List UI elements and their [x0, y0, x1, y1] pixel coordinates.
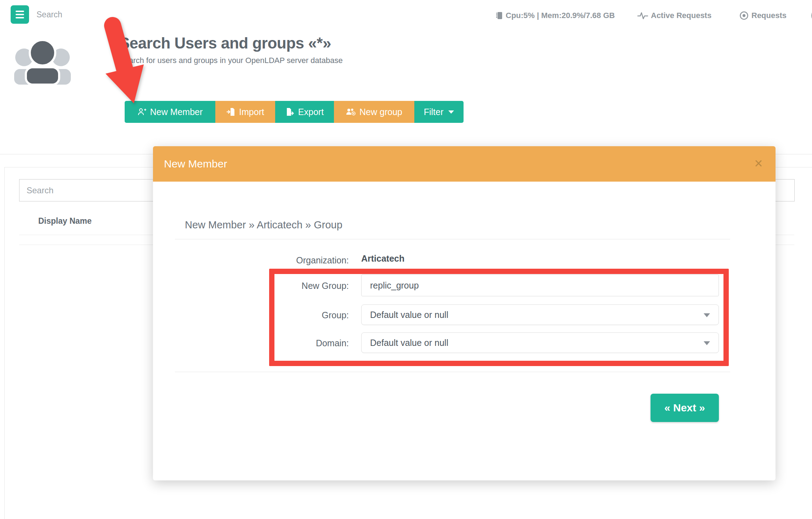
organization-value: Articatech [361, 253, 404, 264]
system-stats: Cpu:5% | Mem:20.9%/7.68 GB [496, 11, 637, 20]
chevron-down-icon [704, 341, 710, 345]
hamburger-icon [16, 11, 24, 12]
modal-divider-bottom [175, 372, 730, 372]
filter-button[interactable]: Filter [414, 101, 464, 123]
group-label: Group: [243, 310, 349, 320]
topbar: Search Cpu:5% | Mem:20.9%/7.68 GB Active… [0, 0, 812, 32]
new-group-input[interactable] [361, 274, 719, 296]
menu-button[interactable] [11, 5, 29, 24]
active-requests-label: Active Requests [651, 11, 711, 20]
domain-label: Domain: [243, 338, 349, 348]
domain-select-value: Default value or null [370, 338, 448, 348]
column-header-display-name[interactable]: Display Name [38, 216, 92, 226]
modal-title: New Member [164, 146, 227, 182]
organization-label: Organization: [243, 255, 349, 266]
new-group-button[interactable]: New group [334, 101, 414, 123]
users-group-icon [12, 40, 73, 85]
requests-link[interactable]: Requests [739, 11, 801, 20]
domain-select[interactable]: Default value or null [361, 332, 719, 353]
next-button[interactable]: « Next » [651, 394, 719, 422]
topbar-page-label: Search [36, 10, 62, 19]
requests-bullseye-icon [739, 11, 749, 20]
group-select[interactable]: Default value or null [361, 304, 719, 325]
caret-down-icon [448, 110, 454, 114]
active-requests-link[interactable]: Active Requests [637, 11, 739, 20]
page-subtitle: Search for users and groups in your Open… [119, 56, 343, 65]
screen: Search Cpu:5% | Mem:20.9%/7.68 GB Active… [0, 0, 812, 519]
import-button[interactable]: Import [215, 101, 275, 123]
modal-breadcrumb: New Member » Articatech » Group [185, 219, 342, 231]
new-group-label: New Group: [243, 281, 349, 291]
page-title: Search Users and groups «*» [119, 34, 331, 52]
requests-label: Requests [751, 11, 787, 20]
close-icon[interactable]: × [751, 155, 766, 171]
action-button-row: New Member Import Export [125, 101, 464, 123]
modal-header: New Member × [153, 146, 776, 182]
activity-icon [637, 11, 648, 20]
cpu-icon [496, 11, 503, 20]
system-stats-text: Cpu:5% | Mem:20.9%/7.68 GB [506, 11, 615, 20]
new-member-modal: New Member × New Member » Articatech » G… [153, 146, 776, 480]
file-export-icon [285, 107, 295, 116]
chevron-down-icon [704, 313, 710, 317]
group-select-value: Default value or null [370, 310, 448, 320]
file-import-icon [226, 107, 235, 116]
export-button[interactable]: Export [275, 101, 334, 123]
users-plus-icon [346, 108, 356, 116]
new-member-button[interactable]: New Member [125, 101, 215, 123]
modal-divider-top [175, 239, 730, 239]
person-plus-icon [137, 108, 147, 116]
topbar-status-area: Cpu:5% | Mem:20.9%/7.68 GB Active Reques… [496, 8, 812, 23]
